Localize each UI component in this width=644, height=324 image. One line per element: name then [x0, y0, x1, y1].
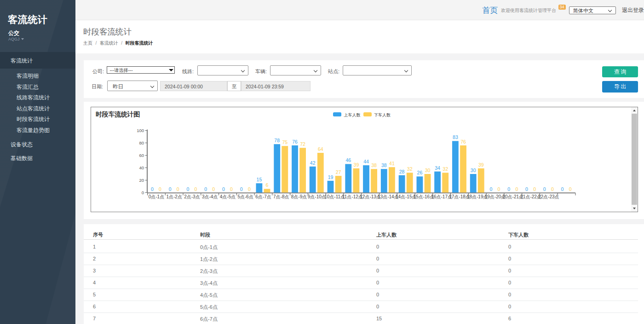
svg-text:28: 28: [399, 169, 405, 174]
svg-text:2点-3点: 2点-3点: [184, 194, 200, 199]
svg-text:80: 80: [139, 140, 144, 145]
svg-text:0: 0: [177, 186, 179, 192]
svg-text:0: 0: [240, 186, 243, 192]
svg-text:0: 0: [489, 186, 492, 192]
svg-text:44: 44: [363, 159, 369, 164]
svg-text:6点-7点: 6点-7点: [255, 194, 271, 199]
svg-text:0: 0: [515, 186, 518, 192]
svg-text:22点-23点: 22点-23点: [538, 194, 559, 199]
svg-text:15: 15: [257, 177, 262, 182]
svg-text:83: 83: [453, 134, 458, 140]
svg-text:42: 42: [310, 160, 316, 166]
svg-text:0: 0: [169, 186, 172, 192]
svg-text:39: 39: [354, 162, 359, 168]
svg-text:1点-2点: 1点-2点: [166, 194, 182, 199]
svg-text:7点-8点: 7点-8点: [273, 194, 289, 199]
svg-text:32: 32: [443, 166, 448, 172]
svg-text:34: 34: [435, 165, 440, 171]
svg-text:0点-1点: 0点-1点: [149, 194, 164, 199]
svg-text:6: 6: [266, 182, 269, 188]
svg-text:38: 38: [381, 162, 387, 168]
svg-text:100: 100: [137, 128, 144, 133]
svg-text:72: 72: [300, 141, 305, 147]
svg-text:46: 46: [345, 157, 351, 163]
svg-text:20: 20: [139, 178, 144, 183]
svg-text:0: 0: [551, 186, 554, 192]
svg-text:27: 27: [336, 169, 341, 175]
svg-text:0: 0: [569, 186, 572, 192]
svg-text:64: 64: [318, 146, 323, 152]
svg-text:60: 60: [139, 153, 144, 158]
svg-text:0: 0: [142, 190, 144, 195]
svg-text:0: 0: [230, 186, 233, 192]
svg-text:8点-9点: 8点-9点: [291, 194, 307, 199]
svg-text:0: 0: [204, 186, 207, 192]
svg-text:75: 75: [282, 139, 288, 145]
svg-text:41: 41: [389, 161, 395, 166]
svg-text:76: 76: [292, 139, 298, 145]
svg-text:38: 38: [371, 162, 377, 168]
svg-text:30: 30: [425, 168, 431, 173]
svg-text:76: 76: [460, 139, 466, 145]
svg-text:30: 30: [471, 168, 476, 173]
svg-text:3点-4点: 3点-4点: [202, 194, 218, 199]
svg-text:5点-6点: 5点-6点: [237, 194, 253, 199]
svg-text:0: 0: [194, 186, 197, 192]
svg-text:0: 0: [222, 186, 225, 192]
svg-text:0: 0: [212, 186, 215, 192]
svg-text:0: 0: [186, 186, 189, 192]
svg-text:78: 78: [274, 138, 280, 143]
svg-text:0: 0: [543, 186, 546, 192]
svg-text:32: 32: [407, 166, 413, 172]
svg-text:0: 0: [561, 186, 564, 192]
svg-text:0: 0: [525, 186, 528, 192]
svg-text:0: 0: [159, 186, 161, 192]
svg-text:0: 0: [498, 186, 500, 192]
svg-text:26: 26: [417, 170, 423, 175]
svg-text:0: 0: [151, 186, 154, 192]
svg-text:19: 19: [328, 174, 334, 180]
svg-text:0: 0: [507, 186, 510, 192]
svg-text:40: 40: [139, 165, 144, 170]
svg-text:0: 0: [248, 186, 251, 192]
svg-text:39: 39: [478, 162, 484, 168]
svg-text:0: 0: [533, 186, 536, 192]
svg-text:9点-10点: 9点-10点: [308, 194, 326, 199]
svg-text:4点-5点: 4点-5点: [220, 194, 236, 199]
